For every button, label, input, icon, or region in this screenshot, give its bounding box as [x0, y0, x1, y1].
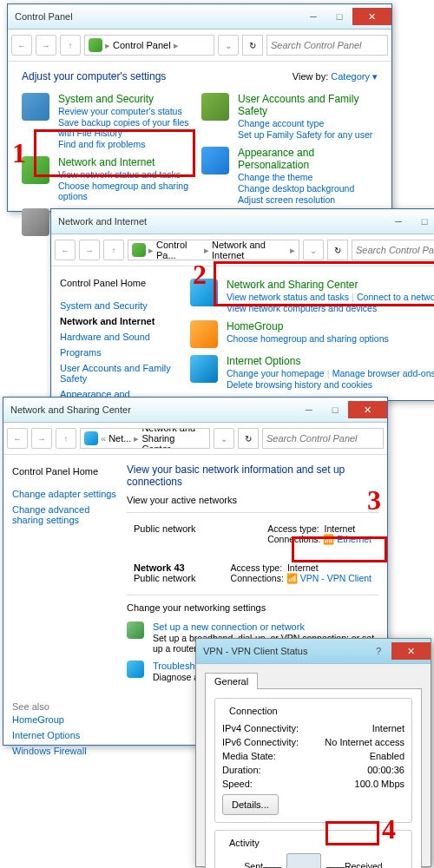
close-button[interactable]: ✕	[348, 401, 387, 418]
homegroup-icon	[190, 320, 218, 348]
minimize-button[interactable]: ─	[296, 401, 322, 418]
titlebar: Control Panel ─ □ ✕	[8, 4, 391, 30]
breadcrumb[interactable]: ▸Control Pa... ▸Network and Internet▸	[128, 240, 299, 260]
network-icon	[84, 431, 98, 445]
pc-icon	[286, 853, 321, 868]
viewby: View by: Category ▾	[293, 71, 378, 82]
sidebar-home[interactable]: Control Panel Home	[60, 275, 181, 291]
cp-icon	[132, 243, 146, 257]
breadcrumb[interactable]: «Net... ▸Network and Sharing Center	[80, 428, 210, 449]
up-button[interactable]: ↑	[103, 240, 124, 260]
tab-general[interactable]: General	[205, 673, 258, 689]
cp-icon	[89, 38, 102, 52]
sidebar-adapter[interactable]: Change adapter settings	[12, 486, 116, 502]
up-button[interactable]: ↑	[56, 428, 76, 449]
forward-button[interactable]: →	[79, 240, 100, 260]
forward-button[interactable]: →	[36, 35, 56, 56]
sidebar-network[interactable]: Network and Internet	[60, 313, 181, 329]
highlight-vpn-connection	[292, 536, 387, 562]
seealso-internet[interactable]: Internet Options	[12, 727, 116, 743]
minimize-button[interactable]: ─	[300, 8, 326, 25]
item-internet-options[interactable]: Internet Options Change your homepage | …	[190, 352, 434, 393]
close-button[interactable]: ✕	[391, 642, 431, 660]
vpn-link[interactable]: VPN - VPN Client	[300, 573, 372, 583]
seealso-firewall[interactable]: Windows Firewall	[12, 743, 116, 759]
close-button[interactable]: ✕	[352, 8, 391, 25]
seealso-label: See also	[12, 701, 116, 712]
sidebar-advanced[interactable]: Change advanced sharing settings	[12, 502, 116, 528]
group-connection: Connection IPv4 Connectivity:Internet IP…	[214, 698, 412, 823]
window-title: Network and Sharing Center	[10, 404, 131, 415]
sidebar: Control Panel Home Change adapter settin…	[3, 455, 125, 767]
details-button[interactable]: Details...	[222, 794, 279, 815]
window-buttons: ─ □ ✕	[300, 8, 391, 25]
breadcrumb[interactable]: ▸ Control Panel ▸	[84, 35, 214, 56]
dropdown-button[interactable]: ⌄	[214, 428, 234, 449]
step-number-1: 1	[12, 137, 26, 169]
search-input[interactable]	[262, 428, 384, 449]
sidebar-accounts[interactable]: User Accounts and Family Safety	[60, 360, 181, 386]
back-button[interactable]: ←	[11, 35, 32, 56]
subheading-active: View your active networks	[127, 495, 378, 505]
dropdown-button[interactable]: ⌄	[218, 35, 239, 56]
internet-icon	[190, 355, 218, 383]
seealso-homegroup[interactable]: HomeGroup	[12, 712, 116, 727]
maximize-button[interactable]: □	[322, 401, 348, 418]
help-button[interactable]: ?	[365, 642, 391, 660]
network-1: Public network	[134, 523, 196, 545]
up-button[interactable]: ↑	[60, 35, 81, 56]
maximize-button[interactable]: □	[326, 8, 352, 25]
troubleshoot-icon	[127, 661, 144, 678]
printer-icon	[22, 208, 49, 236]
titlebar: Network and Internet ─□✕	[51, 209, 434, 234]
vpn-icon: 📶	[286, 573, 298, 583]
maximize-button[interactable]: □	[411, 213, 434, 230]
window-title: Control Panel	[15, 11, 73, 22]
step-number-2: 2	[193, 259, 207, 291]
sidebar-home[interactable]: Control Panel Home	[12, 464, 116, 479]
item-homegroup[interactable]: HomeGroup Choose homegroup and sharing o…	[190, 317, 434, 352]
network-2: Network 43 Public network	[134, 562, 196, 584]
page-heading: Adjust your computer's settings	[22, 70, 166, 82]
cat-user-accounts[interactable]: User Accounts and Family Safety Change a…	[201, 89, 378, 143]
cat-appearance[interactable]: Appearance and Personalization Change th…	[201, 143, 378, 208]
shield-icon	[22, 93, 49, 121]
forward-button[interactable]: →	[31, 428, 52, 449]
subheading-change: Change your networking settings	[127, 602, 378, 613]
highlight-network-internet	[34, 129, 195, 177]
highlight-sharing-center	[214, 261, 434, 306]
crumb-control-panel[interactable]: Control Panel	[113, 40, 171, 50]
vpn-status-dialog: VPN - VPN Client Status ?✕ General Conne…	[195, 638, 431, 867]
refresh-button[interactable]: ↻	[327, 240, 348, 260]
viewby-dropdown[interactable]: Category ▾	[331, 71, 378, 82]
page-heading: View your basic network information and …	[127, 464, 378, 488]
users-icon	[201, 93, 229, 121]
step-number-4: 4	[382, 813, 396, 845]
setup-icon	[127, 621, 144, 639]
step-number-3: 3	[367, 484, 381, 516]
search-input[interactable]	[352, 240, 434, 260]
minimize-button[interactable]: ─	[385, 213, 411, 230]
dropdown-button[interactable]: ⌄	[303, 240, 324, 260]
refresh-button[interactable]: ↻	[242, 35, 263, 56]
address-bar: ← → ↑ ▸ Control Panel ▸ ⌄ ↻	[8, 30, 391, 62]
sidebar-hardware[interactable]: Hardware and Sound	[60, 329, 181, 345]
back-button[interactable]: ←	[55, 240, 76, 260]
window-title: Network and Internet	[58, 216, 147, 227]
back-button[interactable]: ←	[7, 428, 28, 449]
sidebar-programs[interactable]: Programs	[60, 345, 181, 360]
search-input[interactable]	[266, 35, 388, 56]
monitor-icon	[201, 147, 229, 174]
dialog-title: VPN - VPN Client Status	[203, 646, 307, 656]
control-panel-window: Control Panel ─ □ ✕ ← → ↑ ▸ Control Pane…	[7, 3, 392, 212]
sidebar-system[interactable]: System and Security	[60, 298, 181, 313]
highlight-diagnose	[326, 821, 379, 845]
refresh-button[interactable]: ↻	[238, 428, 259, 449]
